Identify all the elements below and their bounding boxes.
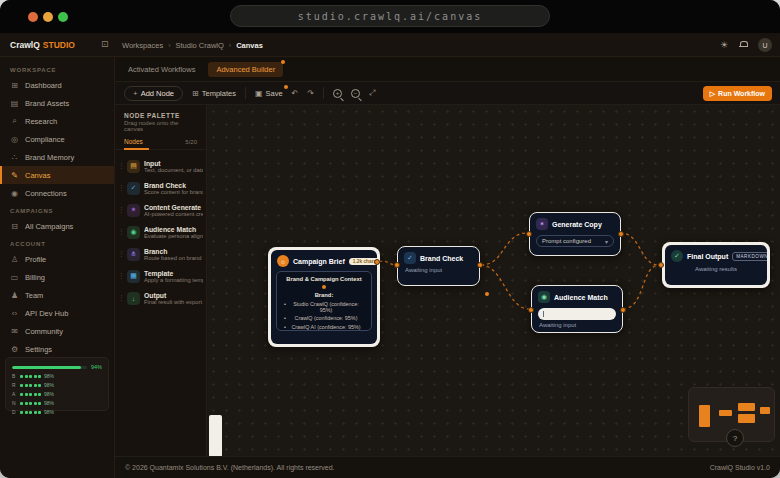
edge-generatecopy-to-finaloutput	[620, 233, 659, 265]
breadcrumb-studio[interactable]: Studio CrawlQ	[175, 41, 223, 50]
node-palette: NODE PALETTE Drag nodes onto the canvas …	[115, 105, 207, 456]
zoom-out-button[interactable]: −	[351, 89, 360, 98]
canvas-toolbar: + Add Node ⊞ Templates ▣ Save ↶ ↷ + − ⤢ …	[115, 82, 780, 105]
node-brand-check[interactable]: ✓ Brand Check Awaiting input	[397, 246, 480, 286]
canvas-scrollbar[interactable]	[209, 415, 222, 456]
markdown-badge: MARKDOWN	[732, 252, 767, 261]
node-status: Awaiting input	[398, 266, 479, 276]
progress-percent: 94%	[91, 364, 102, 370]
minimap-node	[719, 410, 732, 416]
node-status: Awaiting results	[665, 264, 767, 275]
templates-button[interactable]: ⊞ Templates	[192, 89, 236, 98]
sidebar-collapse-icon[interactable]: ⊡	[101, 39, 109, 49]
workflow-canvas[interactable]: ☼ Campaign Brief 1.2k chars Brand & Camp…	[207, 105, 780, 456]
input-port[interactable]	[394, 262, 400, 268]
profile-icon[interactable]: ♙ Profile	[0, 250, 114, 268]
app-logo: CrawlQSTUDIO	[10, 40, 75, 50]
api-dev-hub-icon[interactable]: ‹› API Dev Hub	[0, 304, 114, 322]
drag-handle-icon[interactable]: ⋮	[118, 272, 123, 280]
team-icon[interactable]: ♟ Team	[0, 286, 114, 304]
brand-label: Brand:	[280, 292, 368, 298]
undo-button[interactable]: ↶	[292, 89, 299, 98]
content-generate-node-icon[interactable]: ⋮ ✶ Content Generate AI-powered content …	[115, 199, 206, 221]
brand-health-panel: 94% B 98% R 98%	[5, 357, 109, 411]
audience-match-node-icon[interactable]: ⋮ ◉ Audience Match Evaluate persona alig…	[115, 221, 206, 243]
app-window: studio.crawlq.ai/canvas CrawlQSTUDIO ⊡ W…	[0, 0, 780, 478]
minimap-node	[699, 405, 710, 427]
prompt-select-value: Prompt configured	[542, 238, 591, 244]
tab-activated-workflows[interactable]: Activated Workflows	[128, 65, 195, 74]
input-node-icon[interactable]: ⋮ ▤ Input Text, document, or data …	[115, 155, 206, 177]
settings-icon[interactable]: ⚙ Settings	[0, 340, 114, 358]
toolbar-divider	[323, 87, 324, 99]
help-button[interactable]: ?	[726, 429, 744, 447]
dashboard-icon[interactable]: ⊞ Dashboard	[0, 76, 114, 94]
drag-handle-icon[interactable]: ⋮	[118, 206, 123, 214]
save-button[interactable]: ▣ Save	[255, 89, 283, 98]
brand-memory-icon[interactable]: ∴ Brand Memory	[0, 148, 114, 166]
progress-fill	[12, 366, 81, 369]
billing-icon[interactable]: ▭ Billing	[0, 268, 114, 286]
stat-row: N 98%	[12, 400, 102, 406]
node-generate-copy[interactable]: ✶ Generate Copy Prompt configured ▾	[529, 212, 621, 256]
template-node-icon[interactable]: ⋮ ▦ Template Apply a formatting templ…	[115, 265, 206, 287]
window-close-icon[interactable]	[28, 12, 38, 22]
node-title: Final Output	[687, 253, 728, 260]
drag-handle-icon[interactable]: ⋮	[118, 162, 123, 170]
output-port[interactable]	[618, 231, 624, 237]
user-avatar[interactable]: U	[758, 38, 772, 52]
window-zoom-icon[interactable]	[58, 12, 68, 22]
breadcrumb: Workspaces › Studio CrawlQ › Canvas	[122, 41, 263, 50]
output-port[interactable]	[620, 307, 626, 313]
audience-text-input[interactable]	[538, 308, 616, 320]
add-node-button[interactable]: + Add Node	[124, 86, 183, 101]
research-icon[interactable]: ⌕ Research	[0, 112, 114, 130]
stat-row: B 98%	[12, 373, 102, 379]
prompt-select[interactable]: Prompt configured ▾	[536, 235, 614, 247]
sidebar-section-workspace: WORKSPACE	[0, 61, 114, 76]
fit-view-button[interactable]: ⤢	[369, 88, 375, 98]
brand-check-node-icon[interactable]: ⋮ ✓ Brand Check Score content for brand …	[115, 177, 206, 199]
redo-button[interactable]: ↷	[307, 89, 314, 98]
input-port[interactable]	[526, 231, 532, 237]
zoom-in-button[interactable]: +	[333, 89, 342, 98]
all-campaigns-icon[interactable]: ⊟ All Campaigns	[0, 217, 114, 235]
brand-check-icon: ✓	[404, 252, 416, 264]
brand-assets-icon[interactable]: ▤ Brand Assets	[0, 94, 114, 112]
notifications-bell-icon[interactable]	[739, 41, 747, 49]
node-campaign-brief[interactable]: ☼ Campaign Brief 1.2k chars Brand & Camp…	[268, 247, 380, 347]
drag-handle-icon[interactable]: ⋮	[118, 184, 123, 192]
connections-icon[interactable]: ◉ Connections	[0, 184, 114, 202]
output-port[interactable]	[374, 259, 380, 265]
tab-advanced-builder[interactable]: Advanced Builder	[208, 62, 283, 77]
stat-row: D 98%	[12, 409, 102, 415]
version-text: CrawlQ Studio v1.0	[710, 464, 770, 471]
breadcrumb-sep-icon: ›	[229, 42, 231, 49]
breadcrumb-workspaces[interactable]: Workspaces	[122, 41, 163, 50]
output-port[interactable]	[477, 262, 483, 268]
url-bar[interactable]: studio.crawlq.ai/canvas	[230, 5, 550, 27]
sidebar-section-account: ACCOUNT	[0, 235, 114, 250]
window-minimize-icon[interactable]	[43, 12, 53, 22]
drag-handle-icon[interactable]: ⋮	[118, 294, 123, 302]
palette-subtitle: Drag nodes onto the canvas	[115, 120, 206, 138]
palette-tab-nodes[interactable]: Nodes	[124, 138, 143, 145]
community-icon[interactable]: ✉ Community	[0, 322, 114, 340]
theme-toggle-icon[interactable]: ☀	[720, 40, 728, 50]
workflow-tabs: Activated Workflows Advanced Builder	[115, 57, 780, 82]
node-audience-match[interactable]: ◉ Audience Match Awaiting input	[531, 285, 623, 333]
input-port[interactable]	[528, 307, 534, 313]
output-node-icon[interactable]: ⋮ ↓ Output Final result with export o…	[115, 287, 206, 309]
breadcrumb-sep-icon: ›	[168, 42, 170, 49]
input-port[interactable]	[658, 262, 664, 268]
stat-dots	[20, 375, 41, 378]
drag-handle-icon[interactable]: ⋮	[118, 250, 123, 258]
branch-node-icon[interactable]: ⋮ ⋔ Branch Route based on brand sc…	[115, 243, 206, 265]
node-final-output[interactable]: ✓ Final Output MARKDOWN Awaiting results	[662, 242, 770, 288]
audience-match-icon: ◉	[538, 291, 550, 303]
stat-dots	[20, 393, 41, 396]
drag-handle-icon[interactable]: ⋮	[118, 228, 123, 236]
run-workflow-button[interactable]: ▷ Run Workflow	[703, 86, 772, 101]
canvas-icon[interactable]: ✎ Canvas	[0, 166, 114, 184]
compliance-icon[interactable]: ◎ Compliance	[0, 130, 114, 148]
